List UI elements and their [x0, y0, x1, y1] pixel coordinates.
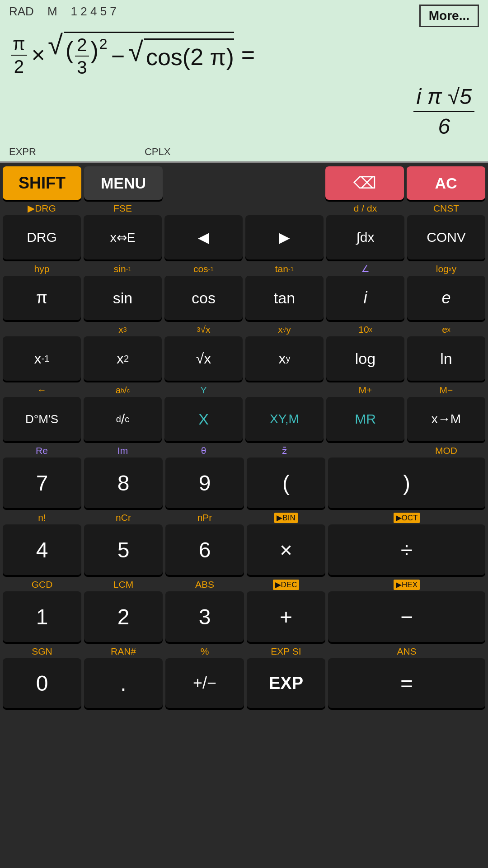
btn-3[interactable]: 3 — [165, 591, 244, 642]
x-mem-button[interactable]: X — [164, 397, 243, 441]
cplx-label: CPLX — [145, 146, 170, 158]
sqrt-button[interactable]: √x — [164, 336, 243, 381]
e-button[interactable]: e — [407, 276, 485, 320]
log-button[interactable]: log — [326, 336, 404, 381]
x-power-y-button[interactable]: xy — [245, 336, 324, 381]
btn-4[interactable]: 4 — [3, 524, 81, 575]
close-paren-button[interactable]: ) — [328, 458, 485, 508]
multiply-button[interactable]: × — [247, 524, 325, 575]
right-arrow-button[interactable]: ▶ — [245, 215, 324, 259]
m-minus-label: M− — [407, 385, 485, 396]
menu-button[interactable]: MENU — [84, 165, 163, 201]
sin-button[interactable]: sin — [84, 276, 162, 320]
npr-label: nPr — [165, 512, 244, 523]
btn-8[interactable]: 8 — [84, 458, 163, 508]
im-label: Im — [84, 445, 162, 456]
imaginary-button[interactable]: i — [326, 276, 404, 320]
mr-button[interactable]: MR — [326, 397, 404, 441]
hex-label: ▶HEX — [328, 580, 485, 590]
btn-5[interactable]: 5 — [84, 524, 163, 575]
factorial-label: n! — [3, 512, 81, 523]
angle-label: ∠ — [326, 264, 404, 274]
decimal-button[interactable]: . — [84, 658, 163, 708]
tan-button[interactable]: tan — [245, 276, 324, 320]
bin-label: ▶BIN — [247, 513, 325, 523]
ans-label: ANS — [328, 646, 485, 657]
back-arrow-label: ← — [3, 385, 81, 396]
btn-7[interactable]: 7 — [3, 458, 81, 508]
divide-button[interactable]: ÷ — [328, 524, 485, 575]
ac-label: AC — [435, 175, 457, 192]
num-modes: 1 2 4 5 7 — [71, 5, 117, 19]
drg-label: ▶DRG — [3, 203, 81, 214]
left-arrow-button[interactable]: ◀ — [164, 215, 243, 259]
plus-button[interactable]: + — [247, 591, 325, 642]
expr-label: EXPR — [9, 146, 36, 158]
mode-indicators: RAD M 1 2 4 5 7 — [9, 5, 117, 19]
calculator-keypad: SHIFT MENU ⌫ AC ▶DRG FSE d / dx — [0, 163, 488, 712]
logxy-label: logx y — [407, 264, 485, 274]
re-label: Re — [3, 445, 81, 456]
expression-area: π 2 × √ ( 2 3 ) 2 — [9, 32, 479, 78]
ln-button[interactable]: ln — [407, 336, 485, 381]
shift-label: SHIFT — [19, 174, 66, 193]
x-exchange-e-button[interactable]: x⇔E — [84, 215, 162, 259]
btn-6[interactable]: 6 — [165, 524, 244, 575]
display-bottom-labels: EXPR CPLX — [9, 146, 170, 158]
tan-inv-label: tan-1 — [245, 264, 324, 274]
open-paren-button[interactable]: ( — [247, 458, 325, 508]
xroot-y-label: x√y — [245, 324, 324, 335]
a-b-c-label: a b/c — [84, 385, 162, 396]
ncr-label: nCr — [84, 512, 163, 523]
btn-9[interactable]: 9 — [165, 458, 244, 508]
rad-mode: RAD — [9, 5, 34, 19]
pct-label: % — [165, 646, 244, 657]
ran-label: RAN# — [84, 646, 163, 657]
dec-label: ▶DEC — [247, 580, 325, 590]
gcd-label: GCD — [3, 579, 81, 590]
x-to-m-button[interactable]: x→M — [407, 397, 485, 441]
cnst-label: CNST — [407, 203, 485, 214]
result-numerator: i π √5 — [413, 84, 474, 112]
expsi-label: EXP SI — [247, 646, 325, 657]
btn-1[interactable]: 1 — [3, 591, 81, 642]
d-dx-label: d / dx — [326, 203, 404, 214]
pi-over-2: π 2 — [11, 33, 27, 77]
mod-label: MOD — [407, 445, 485, 456]
conv-button[interactable]: CONV — [407, 215, 485, 259]
shift-button[interactable]: SHIFT — [3, 165, 81, 201]
xym-button[interactable]: XY,M — [245, 397, 324, 441]
ex-label: ex — [407, 324, 485, 335]
outer-sqrt: √ ( 2 3 ) 2 − √ — [48, 32, 234, 78]
10x-label: 10x — [326, 324, 404, 335]
minus-button[interactable]: − — [328, 591, 485, 642]
btn-0[interactable]: 0 — [3, 658, 81, 708]
exp-button[interactable]: EXP — [247, 658, 325, 708]
y-mem-label: Y — [164, 385, 243, 396]
pi-button[interactable]: π — [3, 276, 81, 320]
x-inverse-button[interactable]: x-1 — [3, 336, 81, 381]
equals-button[interactable]: = — [328, 658, 485, 708]
ac-button[interactable]: AC — [407, 165, 485, 201]
sin-inv-label: sin-1 — [84, 264, 162, 274]
cube-root-label: 3√x — [164, 324, 243, 335]
oct-label: ▶OCT — [328, 513, 485, 523]
m-mode: M — [47, 5, 57, 19]
drg-button[interactable]: DRG — [3, 215, 81, 259]
hyp-label: hyp — [3, 264, 81, 274]
sgn-label: SGN — [3, 646, 81, 657]
x3-label: x3 — [84, 324, 162, 335]
plus-minus-button[interactable]: +/− — [165, 658, 244, 708]
btn-2[interactable]: 2 — [84, 591, 163, 642]
z-bar-label: z̄ — [245, 445, 324, 456]
dms-button[interactable]: D°M′S — [3, 397, 81, 441]
cos-inv-label: cos-1 — [164, 264, 243, 274]
more-button[interactable]: More... — [419, 5, 479, 27]
cos-button[interactable]: cos — [164, 276, 243, 320]
m-plus-label: M+ — [326, 385, 404, 396]
backspace-button[interactable]: ⌫ — [325, 165, 404, 201]
d-over-c-button[interactable]: d/c — [84, 397, 162, 441]
theta-label: θ — [164, 445, 243, 456]
x-squared-button[interactable]: x2 — [84, 336, 162, 381]
integral-button[interactable]: ∫dx — [326, 215, 404, 259]
